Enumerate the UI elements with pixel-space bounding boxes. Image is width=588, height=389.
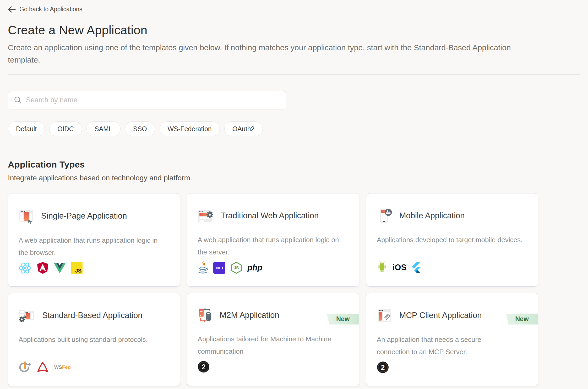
section-title: Application Types bbox=[8, 159, 580, 170]
filter-chip-sso[interactable]: SSO bbox=[125, 121, 155, 136]
card-title: Single-Page Application bbox=[41, 211, 127, 221]
filter-chip-ws-federation[interactable]: WS-Federation bbox=[160, 121, 220, 136]
back-arrow-icon bbox=[8, 6, 16, 13]
angular-icon bbox=[37, 262, 48, 274]
oidc-icon bbox=[19, 361, 31, 374]
java-icon bbox=[198, 262, 208, 274]
nodejs-icon: JS bbox=[231, 262, 242, 274]
search-icon bbox=[14, 96, 22, 104]
react-icon bbox=[19, 262, 32, 274]
card-header: MCP Client Application bbox=[377, 308, 527, 323]
browser-window-gear-icon bbox=[198, 208, 213, 223]
wsfed-icon: WSFed bbox=[54, 365, 71, 370]
new-badge: New bbox=[327, 314, 359, 325]
card-header: Traditional Web Application bbox=[198, 208, 348, 223]
card-description: Applications tailored for Machine to Mac… bbox=[198, 333, 346, 358]
oauth2-icon: 2 bbox=[377, 361, 389, 373]
page-title: Create a New Application bbox=[8, 23, 580, 37]
android-icon bbox=[377, 262, 387, 274]
search-input[interactable] bbox=[26, 96, 280, 104]
divider bbox=[8, 74, 580, 75]
card-title: Standard-Based Application bbox=[42, 311, 143, 320]
application-type-grid: Single-Page Application A web applicatio… bbox=[8, 193, 538, 386]
back-link-label: Go back to Applications bbox=[19, 6, 82, 13]
oauth2-icon: 2 bbox=[198, 361, 210, 373]
card-title: Mobile Application bbox=[399, 211, 465, 220]
card-traditional-web-application[interactable]: Traditional Web Application A web applic… bbox=[187, 193, 359, 287]
svg-text:JS: JS bbox=[75, 268, 81, 274]
machine-to-machine-servers-icon bbox=[198, 308, 212, 323]
card-single-page-application[interactable]: Single-Page Application A web applicatio… bbox=[8, 193, 180, 287]
dotnet-icon: .NET bbox=[213, 262, 225, 274]
technology-row: WSFed bbox=[19, 361, 169, 374]
filter-chip-saml[interactable]: SAML bbox=[86, 121, 121, 136]
technology-row: JS bbox=[19, 262, 169, 274]
card-m2m-application[interactable]: New M2M Application bbox=[187, 293, 359, 386]
card-header: M2M Application bbox=[198, 308, 348, 323]
javascript-icon: JS bbox=[71, 262, 83, 274]
card-title: MCP Client Application bbox=[399, 311, 482, 320]
card-title: Traditional Web Application bbox=[221, 211, 319, 220]
card-header: Mobile Application bbox=[377, 208, 527, 223]
svg-text:2: 2 bbox=[381, 364, 385, 371]
card-standard-based-application[interactable]: Standard-Based Application Applications … bbox=[8, 293, 180, 386]
card-description: Applications developed to target mobile … bbox=[377, 234, 525, 259]
svg-text:.NET: .NET bbox=[215, 266, 224, 270]
card-mcp-client-application[interactable]: New MCP Client Application An applicat bbox=[366, 293, 538, 386]
browser-window-cursor-icon bbox=[19, 208, 34, 224]
filter-chip-default[interactable]: Default bbox=[8, 121, 45, 136]
ios-icon: iOS bbox=[393, 263, 406, 272]
card-title: M2M Application bbox=[220, 310, 279, 320]
vue-icon bbox=[54, 263, 66, 273]
mcp-window-icon bbox=[377, 308, 392, 323]
technology-row: .NET JS php bbox=[198, 262, 348, 274]
technology-row: 2 bbox=[198, 361, 348, 373]
card-header: Single-Page Application bbox=[19, 208, 169, 224]
card-description: An application that needs a secure conne… bbox=[377, 334, 508, 359]
new-badge: New bbox=[506, 314, 538, 325]
filter-chips: Default OIDC SAML SSO WS-Federation OAut… bbox=[8, 121, 580, 136]
php-icon: php bbox=[247, 263, 262, 273]
back-to-applications-link[interactable]: Go back to Applications bbox=[8, 6, 82, 13]
technology-row: 2 bbox=[377, 361, 527, 373]
saml-icon bbox=[36, 362, 49, 374]
card-description: Applications built using standard protoc… bbox=[19, 334, 167, 359]
card-description: A web application that runs application … bbox=[198, 234, 346, 259]
flutter-icon bbox=[412, 262, 421, 274]
search-box bbox=[8, 91, 286, 109]
section-subtitle: Integrate applications based on technolo… bbox=[8, 174, 580, 182]
filter-chip-oauth2[interactable]: OAuth2 bbox=[224, 121, 263, 136]
svg-text:2: 2 bbox=[202, 363, 206, 371]
svg-text:JS: JS bbox=[234, 266, 239, 270]
filter-chip-oidc[interactable]: OIDC bbox=[49, 121, 82, 136]
card-mobile-application[interactable]: Mobile Application Applications develope… bbox=[366, 193, 538, 287]
standards-window-gears-icon bbox=[19, 308, 35, 323]
card-description: A web application that runs application … bbox=[19, 234, 167, 259]
page-subtitle: Create an application using one of the t… bbox=[8, 41, 521, 66]
create-application-page: Go back to Applications Create a New App… bbox=[0, 0, 588, 386]
technology-row: iOS bbox=[377, 262, 527, 274]
card-header: Standard-Based Application bbox=[19, 308, 169, 323]
mobile-device-icon bbox=[377, 208, 392, 223]
